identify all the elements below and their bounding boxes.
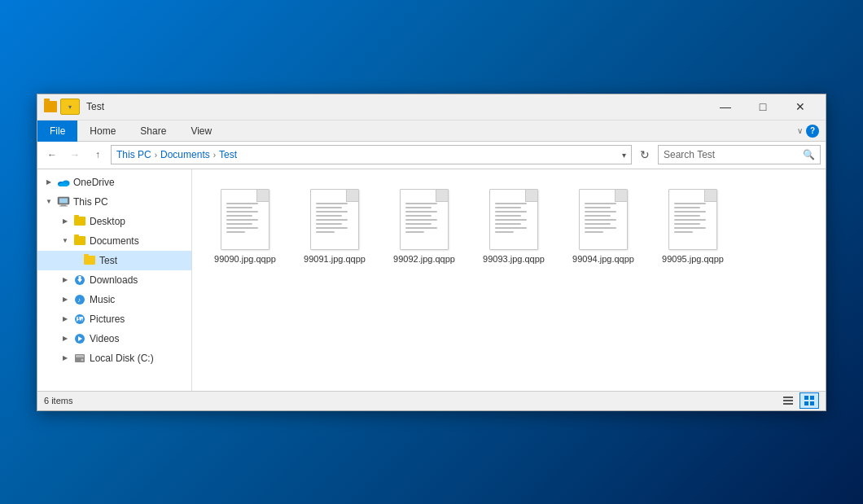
ribbon-expand-arrow[interactable]: ∨: [797, 126, 803, 135]
expand-arrow-this-pc[interactable]: ▼: [44, 197, 54, 207]
sidebar-item-videos[interactable]: ▶ Videos: [37, 329, 191, 348]
search-input[interactable]: [664, 149, 799, 160]
sidebar-label-music: Music: [90, 294, 115, 305]
up-button[interactable]: ↑: [88, 145, 107, 164]
svg-rect-19: [76, 355, 84, 357]
breadcrumb-dropdown[interactable]: ▾: [622, 151, 626, 160]
item-count: 6 items: [44, 396, 72, 405]
svg-rect-27: [810, 401, 814, 405]
file-icon-2: [400, 189, 449, 250]
status-bar: 6 items: [37, 391, 826, 410]
sidebar-label-desktop: Desktop: [90, 216, 125, 227]
details-view-button[interactable]: [778, 392, 798, 409]
svg-text:♪: ♪: [77, 296, 81, 304]
expand-arrow-music[interactable]: ▶: [60, 295, 70, 305]
breadcrumb[interactable]: This PC › Documents › Test ▾: [111, 145, 632, 164]
file-item-4[interactable]: 99094.jpg.qqpp: [567, 186, 640, 375]
window-title: Test: [86, 101, 707, 112]
ribbon-help: ∨ ?: [791, 121, 826, 141]
file-item-1[interactable]: 99091.jpg.qqpp: [298, 186, 371, 375]
disk-icon: [73, 352, 86, 365]
sidebar-item-pictures[interactable]: ▶ Pictures: [37, 309, 191, 329]
this-pc-icon: [57, 195, 70, 208]
file-icon-4: [579, 189, 628, 250]
pictures-icon: [73, 313, 86, 326]
tab-home[interactable]: Home: [77, 121, 128, 142]
expand-arrow-onedrive[interactable]: ▶: [44, 177, 54, 187]
sidebar-label-onedrive: OneDrive: [73, 177, 115, 188]
ribbon-tabs: File Home Share View ∨ ?: [37, 121, 826, 142]
sidebar-label-this-pc: This PC: [73, 196, 108, 208]
expand-arrow-local-disk[interactable]: ▶: [60, 353, 70, 363]
quick-access-button[interactable]: ▾: [60, 99, 80, 115]
file-item-2[interactable]: 99092.jpg.qqpp: [388, 186, 461, 375]
sidebar-item-documents[interactable]: ▼ Documents: [37, 231, 191, 251]
view-controls: [778, 392, 819, 409]
sidebar-label-test: Test: [99, 255, 117, 266]
sidebar-item-desktop[interactable]: ▶ Desktop: [37, 212, 191, 231]
search-icon[interactable]: 🔍: [803, 149, 815, 160]
address-bar: ← → ↑ This PC › Documents › Test ▾ ↻ 🔍: [37, 142, 826, 169]
minimize-button[interactable]: —: [707, 94, 744, 120]
window-folder-icon: [44, 101, 57, 112]
test-folder-icon: [83, 254, 96, 267]
sidebar-item-music[interactable]: ▶ ♪ Music: [37, 290, 191, 309]
expand-arrow-documents[interactable]: ▼: [60, 236, 70, 246]
svg-rect-24: [804, 396, 808, 400]
title-bar: ▾ Test — □ ✕: [37, 94, 826, 121]
file-icon-5: [668, 189, 717, 250]
file-icon-0: [221, 189, 269, 250]
sidebar-item-onedrive[interactable]: ▶ OneDrive: [37, 173, 191, 192]
expand-arrow-desktop[interactable]: ▶: [60, 217, 70, 226]
downloads-icon: [73, 274, 86, 287]
sidebar-item-test[interactable]: Test: [37, 251, 191, 270]
expand-arrow-pictures[interactable]: ▶: [60, 314, 70, 324]
svg-rect-21: [783, 397, 793, 398]
maximize-button[interactable]: □: [744, 94, 782, 120]
file-item-3[interactable]: 99093.jpg.qqpp: [477, 186, 550, 375]
help-icon[interactable]: ?: [806, 125, 819, 138]
breadcrumb-test[interactable]: Test: [219, 149, 237, 160]
breadcrumb-this-pc[interactable]: This PC: [116, 149, 151, 160]
tab-view[interactable]: View: [178, 121, 224, 142]
forward-button[interactable]: →: [65, 145, 85, 164]
breadcrumb-sep-2: ›: [213, 151, 216, 160]
file-grid: 99090.jpg.qqpp 99091.jpg.qqpp: [208, 186, 809, 375]
breadcrumb-sep-1: ›: [155, 151, 157, 160]
file-item-5[interactable]: 99095.jpg.qqpp: [656, 186, 729, 375]
breadcrumb-documents[interactable]: Documents: [160, 149, 210, 160]
videos-icon: [73, 332, 86, 345]
tab-file[interactable]: File: [37, 121, 77, 142]
file-area: 99090.jpg.qqpp 99091.jpg.qqpp: [192, 169, 826, 391]
documents-folder-icon: [73, 234, 86, 248]
window-controls: — □ ✕: [707, 94, 819, 120]
refresh-button[interactable]: ↻: [635, 145, 655, 164]
svg-point-14: [78, 317, 80, 318]
back-button[interactable]: ←: [42, 145, 62, 164]
expand-arrow-downloads[interactable]: ▶: [60, 275, 70, 285]
file-item-0[interactable]: 99090.jpg.qqpp: [208, 186, 282, 375]
sidebar-label-downloads: Downloads: [90, 274, 138, 286]
tab-share[interactable]: Share: [128, 121, 178, 142]
tiles-view-button[interactable]: [799, 392, 819, 409]
sidebar-item-downloads[interactable]: ▶ Downloads: [37, 270, 191, 290]
main-content: ▶ OneDrive ▼: [37, 169, 826, 391]
file-icon-1: [310, 189, 359, 250]
file-name-0: 99090.jpg.qqpp: [214, 253, 276, 265]
search-bar[interactable]: 🔍: [658, 145, 821, 164]
svg-rect-25: [810, 396, 814, 400]
sidebar-item-this-pc[interactable]: ▼ This PC: [37, 192, 191, 212]
music-icon: ♪: [73, 293, 86, 306]
svg-rect-6: [59, 206, 68, 207]
file-icon-3: [489, 189, 538, 250]
file-name-2: 99092.jpg.qqpp: [393, 253, 455, 265]
svg-rect-23: [783, 403, 793, 405]
sidebar-item-local-disk[interactable]: ▶ Local Disk (C:): [37, 348, 191, 368]
sidebar: ▶ OneDrive ▼: [37, 169, 192, 391]
expand-arrow-videos[interactable]: ▶: [60, 334, 70, 344]
sidebar-label-pictures: Pictures: [90, 313, 125, 325]
close-button[interactable]: ✕: [782, 94, 819, 120]
sidebar-label-documents: Documents: [90, 235, 139, 247]
sidebar-label-local-disk: Local Disk (C:): [90, 353, 154, 364]
svg-rect-4: [59, 199, 68, 204]
